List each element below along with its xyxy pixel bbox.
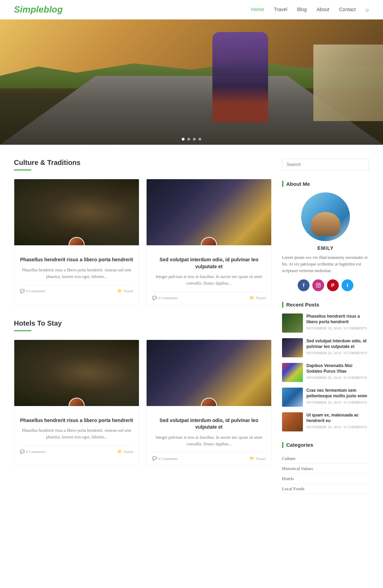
culture-post-2-image[interactable] bbox=[147, 179, 271, 245]
hotels-underline bbox=[14, 330, 31, 331]
author-bio: Lorem ipsum vex vix illud nonummy novuma… bbox=[282, 254, 369, 275]
nav-item-about[interactable]: About bbox=[316, 7, 329, 13]
svg-point-1 bbox=[318, 284, 319, 286]
recent-post-3-thumb[interactable] bbox=[282, 363, 303, 382]
nav-search[interactable]: ⌕ bbox=[366, 7, 369, 13]
folder-icon-3: 📁 bbox=[117, 450, 122, 454]
hotels-post-2-excerpt: Integer pulvinar at eros at faucibus. In… bbox=[152, 434, 266, 447]
hotels-post-2-body: Sed volutpat interdum odio, id pulvinar … bbox=[147, 406, 271, 466]
svg-rect-0 bbox=[316, 283, 320, 287]
culture-post-2-meta: 💬 0 Comments 📁 Travel bbox=[152, 292, 266, 300]
recent-post-2-title[interactable]: Sed volutpat interdum odio, id pulvinar … bbox=[306, 338, 369, 350]
recent-post-4-info: Cras nec fermentum sem pellentesque moll… bbox=[306, 388, 369, 405]
nav-item-blog[interactable]: Blog bbox=[297, 7, 307, 13]
recent-post-3-info: Dapibus Venenatis Nisi Sodales Purus Vit… bbox=[306, 363, 369, 380]
social-icons: f P t bbox=[282, 279, 369, 291]
recent-post-5-meta: NOVEMBER 20, 2018 / 0 COMMENTS bbox=[306, 425, 369, 429]
hero-dot-4[interactable] bbox=[198, 138, 201, 141]
hotels-post-1-meta: 💬 0 Comments 📁 Travel bbox=[20, 446, 133, 454]
folder-icon-4: 📁 bbox=[250, 456, 255, 461]
recent-post-5-title[interactable]: Ut quam ex, malesuada ac hendrerit eu bbox=[306, 412, 369, 424]
folder-icon: 📁 bbox=[117, 289, 122, 293]
search-input[interactable] bbox=[282, 159, 369, 170]
recent-post-5-info: Ut quam ex, malesuada ac hendrerit eu NO… bbox=[306, 412, 369, 429]
nav-link-blog[interactable]: Blog bbox=[297, 7, 307, 12]
recent-post-5: Ut quam ex, malesuada ac hendrerit eu NO… bbox=[282, 412, 369, 431]
category-historical[interactable]: Historical Values bbox=[282, 464, 369, 474]
hotels-post-1-body: Phasellus hendrerit risus a libero porta… bbox=[14, 406, 139, 459]
recent-post-1-info: Phasellus hendrerit risus a libero porta… bbox=[306, 313, 369, 331]
hotels-post-1-comments-text: 0 Comments bbox=[26, 450, 46, 454]
culture-post-1-image[interactable] bbox=[14, 179, 139, 245]
recent-post-1-meta: NOVEMBER 20, 2018 / 0 COMMENTS bbox=[306, 326, 369, 330]
culture-post-1-title[interactable]: Phasellus hendrerit risus a libero porta… bbox=[20, 256, 133, 263]
culture-underline bbox=[14, 169, 31, 170]
category-culture[interactable]: Culture bbox=[282, 454, 369, 464]
hotels-section: Hotels To Stay Phasellus hendrerit risus… bbox=[14, 319, 272, 466]
culture-post-2-comments: 💬 0 Comments bbox=[152, 296, 178, 300]
culture-post-1-body: Phasellus hendrerit risus a libero porta… bbox=[14, 245, 139, 298]
nav-link-travel[interactable]: Travel bbox=[274, 7, 287, 12]
nav-item-contact[interactable]: Contact bbox=[339, 7, 356, 13]
recent-post-4-title[interactable]: Cras nec fermentum sem pellentesque moll… bbox=[306, 388, 369, 399]
folder-icon-2: 📁 bbox=[250, 296, 255, 300]
culture-post-1-bg bbox=[14, 179, 139, 245]
category-hotels[interactable]: Hotels bbox=[282, 474, 369, 484]
recent-post-3-meta: NOVEMBER 20, 2018 / 0 COMMENTS bbox=[306, 376, 369, 380]
comment-icon: 💬 bbox=[20, 289, 25, 293]
recent-post-1-title[interactable]: Phasellus hendrerit risus a libero porta… bbox=[306, 313, 369, 325]
culture-post-1-meta: 💬 0 Comments 📁 Travel bbox=[20, 285, 133, 293]
culture-post-2-bg bbox=[147, 179, 271, 245]
hero-stone-wall bbox=[313, 45, 383, 121]
hotels-post-2-image[interactable] bbox=[147, 340, 271, 406]
recent-post-3-title[interactable]: Dapibus Venenatis Nisi Sodales Purus Vit… bbox=[306, 363, 369, 375]
hotels-post-1-image[interactable] bbox=[14, 340, 139, 406]
nav-link-home[interactable]: Home bbox=[251, 7, 264, 12]
categories-title: Categories bbox=[282, 442, 369, 448]
hotels-post-2-title[interactable]: Sed volutpat interdum odio, id pulvinar … bbox=[152, 417, 266, 431]
hero-dot-1[interactable] bbox=[182, 138, 185, 141]
twitter-icon[interactable]: t bbox=[342, 279, 353, 291]
culture-post-2-title[interactable]: Sed volutpat interdum odio, id pulvinar … bbox=[152, 256, 266, 270]
recent-post-1-thumb[interactable] bbox=[282, 313, 303, 333]
hotels-post-2: Sed volutpat interdum odio, id pulvinar … bbox=[146, 340, 272, 466]
culture-post-1-category[interactable]: 📁 Travel bbox=[117, 289, 133, 293]
recent-post-2-thumb[interactable] bbox=[282, 338, 303, 357]
nav-link-contact[interactable]: Contact bbox=[339, 7, 356, 12]
culture-post-grid: Phasellus hendrerit risus a libero porta… bbox=[14, 179, 272, 305]
search-widget bbox=[282, 159, 369, 170]
culture-post-1-comments-text: 0 Comments bbox=[26, 289, 46, 293]
category-local-foods[interactable]: Local Foods bbox=[282, 484, 369, 494]
author-avatar bbox=[301, 192, 350, 241]
hotels-post-1-comments: 💬 0 Comments bbox=[20, 450, 46, 454]
comment-icon-4: 💬 bbox=[152, 456, 157, 461]
categories-widget: Categories Culture Historical Values Hot… bbox=[282, 442, 369, 494]
search-icon[interactable]: ⌕ bbox=[366, 7, 369, 13]
recent-post-4-thumb[interactable] bbox=[282, 388, 303, 407]
pinterest-icon[interactable]: P bbox=[327, 279, 339, 291]
hero-dot-3[interactable] bbox=[193, 138, 196, 141]
hero-dot-2[interactable] bbox=[187, 138, 190, 141]
nav-item-travel[interactable]: Travel bbox=[274, 7, 287, 13]
nav-item-home[interactable]: Home bbox=[251, 7, 264, 13]
comment-icon-3: 💬 bbox=[20, 450, 25, 454]
instagram-icon[interactable] bbox=[312, 279, 324, 291]
main-container: Culture & Traditions Phasellus hendrerit… bbox=[7, 145, 376, 508]
recent-posts-title: Recent Posts bbox=[282, 302, 369, 308]
hotels-post-2-category[interactable]: 📁 Travel bbox=[250, 456, 266, 461]
culture-post-1-comments: 💬 0 Comments bbox=[20, 289, 46, 293]
nav-list: Home Travel Blog About Contact ⌕ bbox=[251, 7, 369, 13]
recent-post-5-thumb[interactable] bbox=[282, 412, 303, 431]
nav-link-about[interactable]: About bbox=[316, 7, 329, 12]
recent-post-2-meta: NOVEMBER 20, 2018 / 0 COMMENTS bbox=[306, 351, 369, 355]
hotels-post-1-category[interactable]: 📁 Travel bbox=[117, 450, 133, 454]
hotels-post-1-title[interactable]: Phasellus hendrerit risus a libero porta… bbox=[20, 417, 133, 424]
recent-post-4: Cras nec fermentum sem pellentesque moll… bbox=[282, 388, 369, 407]
logo[interactable]: Simpleblog bbox=[14, 4, 63, 15]
facebook-icon[interactable]: f bbox=[298, 279, 310, 291]
recent-post-1: Phasellus hendrerit risus a libero porta… bbox=[282, 313, 369, 333]
culture-post-1: Phasellus hendrerit risus a libero porta… bbox=[14, 179, 139, 305]
hotels-post-grid: Phasellus hendrerit risus a libero porta… bbox=[14, 340, 272, 466]
hero-banner bbox=[0, 19, 383, 145]
culture-post-2-category[interactable]: 📁 Travel bbox=[250, 296, 266, 300]
